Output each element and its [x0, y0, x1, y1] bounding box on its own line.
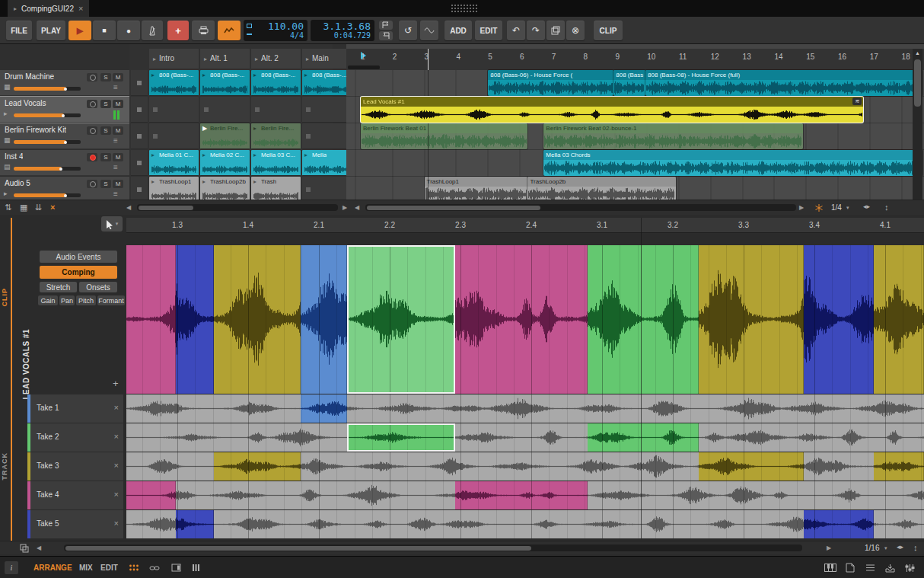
comp-section[interactable] [804, 245, 874, 394]
adaptive-grid-icon[interactable] [814, 203, 824, 212]
project-tab[interactable]: ▸ CompingGUI22 × [8, 0, 89, 17]
empty-clip-slot[interactable] [302, 177, 346, 200]
clip-cell[interactable]: ▸Trash [251, 177, 301, 200]
position-display[interactable]: 3.1.3.68 0:04.729 [311, 20, 374, 41]
take-lane[interactable] [126, 510, 924, 538]
clip-play-icon[interactable]: ▸ [151, 152, 155, 158]
punch-in-button[interactable] [379, 21, 393, 30]
arranger-clip[interactable]: Berlin Firework Beat 01 [361, 123, 527, 149]
delete-take-button[interactable]: × [114, 403, 119, 412]
arranger-scrollbar[interactable] [365, 204, 796, 211]
clip-play-icon[interactable]: ▸ [253, 178, 256, 185]
undo-button[interactable]: ↶ [507, 21, 525, 40]
clip-play-icon[interactable]: ▸ [304, 72, 307, 78]
zoom-fit-horizontal-icon[interactable]: ◂▸ [863, 203, 870, 210]
take-lane[interactable] [126, 394, 924, 423]
overdub-button[interactable] [192, 21, 215, 40]
grid-resolution-value[interactable]: 1/4 [831, 203, 842, 212]
arranger-vertical-scrollbar[interactable]: ▲ [913, 49, 922, 200]
record-arm-button[interactable] [87, 153, 97, 161]
arranger-clip[interactable]: TrashLoop2b [527, 177, 675, 200]
take-header[interactable]: Take 2× [27, 423, 123, 452]
clip-cell[interactable]: ▸Mella 02 C... [200, 150, 250, 176]
clip-cell[interactable]: ▸808 (Bass-... [200, 70, 250, 96]
grid-icon[interactable]: ▦ [20, 203, 27, 212]
arranger-clip[interactable]: Berlin Firework Beat 02-bounce-1 [543, 123, 803, 149]
track-menu-icon[interactable]: ≡ [113, 163, 118, 171]
clip-stop-button[interactable] [131, 97, 148, 123]
launcher-scroll-thumb[interactable] [139, 206, 193, 210]
scroll-right-icon[interactable]: ▶ [799, 204, 804, 211]
empty-clip-slot[interactable] [149, 97, 199, 123]
clip-play-icon[interactable]: ▸ [202, 72, 206, 78]
scroll-left-icon[interactable]: ◀ [355, 204, 359, 211]
scene-header[interactable]: ▸Alt. 1 [200, 49, 250, 69]
clip-cell[interactable]: ▸Mella [302, 150, 346, 176]
track-row[interactable]: Inst 4SM▤≡ [0, 150, 129, 176]
zoom-fit-horizontal-icon[interactable]: ◂▸ [897, 543, 903, 551]
clip-stop-button[interactable] [131, 150, 148, 176]
layers-panel-button[interactable] [862, 560, 878, 575]
vertical-scroll-thumb[interactable] [914, 59, 921, 107]
track-row[interactable]: Lead VocalsSM▸ [0, 97, 129, 123]
play-button[interactable]: ▶ [69, 21, 91, 40]
track-menu-icon[interactable]: ≡ [113, 136, 118, 145]
file-browser-button[interactable] [842, 560, 859, 575]
groove-button[interactable] [420, 21, 438, 40]
add-button-red[interactable]: + [167, 21, 189, 40]
mix-view-button[interactable]: MIX [79, 564, 93, 572]
delete-take-button[interactable]: × [114, 432, 119, 441]
comp-section[interactable] [874, 245, 924, 394]
chevron-down-icon[interactable]: ▾ [846, 205, 849, 211]
time-signature[interactable]: 4/4 [247, 32, 304, 40]
virtual-keyboard-button[interactable] [822, 560, 839, 575]
scene-play-icon[interactable]: ▸ [306, 56, 309, 62]
take-lane[interactable] [126, 452, 924, 481]
clip-play-icon[interactable]: ▸ [151, 72, 155, 78]
scroll-left-icon[interactable]: ◀ [37, 544, 41, 551]
track-row[interactable]: Audio 5SM▸≡ [0, 177, 129, 200]
record-arm-button[interactable] [87, 100, 97, 108]
launcher-scrollbar[interactable] [137, 204, 338, 211]
punch-out-button[interactable] [379, 31, 393, 40]
cancel-button[interactable]: ⊗ [566, 21, 585, 40]
close-icon[interactable]: × [78, 4, 83, 13]
file-button[interactable]: FILE [6, 21, 32, 40]
clip-play-icon[interactable]: ▸ [253, 125, 256, 132]
arranger-clip[interactable]: 808 (Bass-06) - House Force ( [488, 70, 613, 96]
mute-button[interactable]: M [113, 100, 123, 108]
arranger-lanes[interactable]: 808 (Bass-06) - House Force (808 (Bass80… [346, 70, 924, 200]
track-menu-icon[interactable]: ≡ [113, 83, 118, 91]
comp-section[interactable] [126, 245, 176, 394]
play-menu-button[interactable]: PLAY [37, 21, 65, 40]
take-header[interactable]: Take 4× [27, 481, 123, 509]
empty-clip-slot[interactable] [200, 97, 250, 123]
duplicate-button[interactable] [546, 21, 565, 40]
timeline-ruler[interactable]: 123456789101112131415161718 [346, 49, 924, 70]
delete-take-button[interactable]: × [114, 490, 119, 499]
clip-cell[interactable]: ▸Mella 03 C... [251, 150, 301, 176]
scroll-right-icon[interactable]: ▶ [827, 544, 831, 551]
clip-stop-button[interactable] [131, 70, 148, 96]
comp-section[interactable] [588, 245, 699, 394]
zoom-fit-vertical-icon[interactable]: ↕ [884, 203, 889, 212]
edit-view-button[interactable]: EDIT [100, 564, 118, 572]
volume-slider[interactable] [14, 193, 81, 197]
solo-button[interactable]: S [100, 73, 111, 81]
mute-button[interactable]: M [113, 180, 123, 188]
take-lane[interactable] [126, 481, 924, 509]
delete-take-button[interactable]: × [114, 519, 119, 528]
scene-play-icon[interactable]: ▸ [255, 56, 258, 62]
chevron-down-icon[interactable]: ▾ [884, 545, 887, 551]
stop-button[interactable]: ■ [93, 21, 116, 40]
arrange-view-button[interactable]: ARRANGE [33, 564, 72, 572]
arranger-clip[interactable]: Mella 03 Chords [543, 150, 922, 176]
clip-cell[interactable]: ▸808 (Bass-... [302, 70, 346, 96]
clip-cell[interactable]: ▸Berlin Fire... [251, 123, 301, 149]
take-header[interactable]: Take 5× [27, 510, 123, 538]
scene-play-icon[interactable]: ▸ [153, 56, 156, 62]
clip-play-icon[interactable]: ▶ [202, 125, 207, 132]
mute-button[interactable]: M [113, 126, 123, 135]
mixer-button[interactable] [901, 560, 918, 575]
scroll-left-icon[interactable]: ◀ [126, 204, 131, 211]
